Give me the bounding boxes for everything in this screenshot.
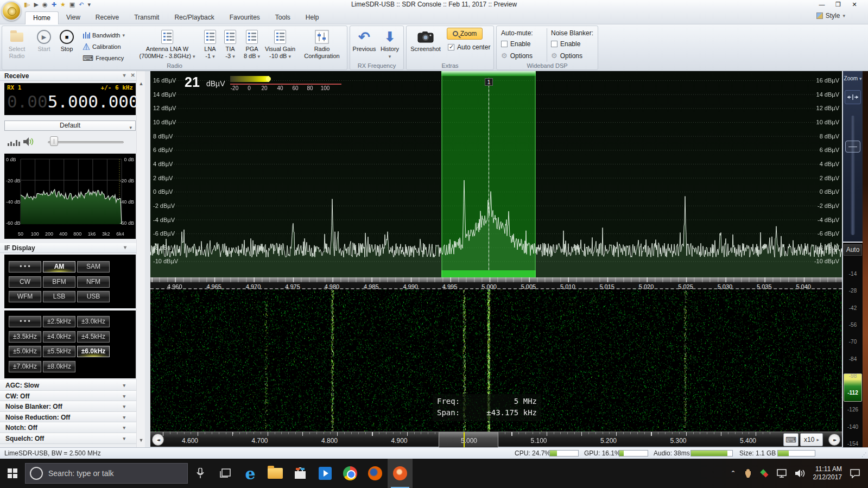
close-button[interactable]: ✕	[846, 0, 863, 9]
if-display-header[interactable]: IF Display ▾	[0, 243, 136, 253]
lime-suite-icon[interactable]	[760, 469, 769, 478]
taskbar-app-firefox[interactable]	[363, 459, 388, 488]
spectrum-display[interactable]: 16 dBµV14 dBµV12 dBµV10 dBµV8 dBµV6 dBµV…	[150, 71, 842, 277]
tab-tools[interactable]: Tools	[268, 11, 298, 24]
zoom-button[interactable]: Zoom	[447, 28, 483, 40]
frequency-navigator[interactable]: 4.6004.7004.8004.9005.0005.1005.2005.300…	[150, 432, 842, 447]
section-notch[interactable]: Notch: Off▾	[0, 422, 136, 433]
volume-slider[interactable]	[48, 141, 124, 143]
waterfall-display[interactable]: Freq:5 MHz Span:±43.175 kHz	[150, 289, 842, 432]
rx-marker-flag[interactable]: 1	[485, 78, 493, 86]
spectrum-frequency-scale[interactable]	[150, 277, 842, 282]
network-icon[interactable]	[776, 469, 787, 478]
section-agc[interactable]: AGC: Slow▾	[0, 380, 136, 391]
mode-button-nfm[interactable]: NFM	[77, 276, 110, 288]
zoom-x10-button[interactable]: x10▸	[800, 433, 823, 446]
zoom-dropdown[interactable]: Zoom ▾	[843, 75, 863, 81]
bandwidth-button-2[interactable]: ±3.0kHz	[77, 316, 110, 327]
taskbar-app-chrome[interactable]	[338, 459, 363, 488]
close-icon[interactable]: ✕	[131, 72, 135, 78]
scroll-left-button[interactable]: ◂◂	[152, 434, 164, 446]
mode-button-wfm[interactable]: WFM	[9, 291, 41, 302]
frequency-button[interactable]: ⌨ Frequency	[83, 53, 124, 63]
visual-gain-button[interactable]: Visual Gain -10 dB ▾	[264, 28, 296, 60]
start-button[interactable]	[0, 459, 25, 488]
history-button[interactable]: ⬇ History ▾	[377, 28, 402, 59]
zoom-slider-track[interactable]	[851, 116, 855, 235]
zoom-slider-handle[interactable]	[845, 141, 860, 153]
scroll-down-icon[interactable]: ▼	[137, 438, 145, 443]
tab-transmit[interactable]: Transmit	[126, 11, 167, 24]
receive-panel-header[interactable]: Receive ▾✕	[0, 71, 145, 81]
bandwidth-button-4[interactable]: ±4.0kHz	[43, 331, 75, 343]
volume-slider-handle[interactable]	[50, 136, 58, 146]
dictation-button[interactable]	[188, 459, 213, 488]
volume-icon[interactable]	[795, 469, 806, 478]
taskbar-app-sdr-console[interactable]	[388, 459, 413, 488]
pga-button[interactable]: PGA 8 dB ▾	[240, 28, 263, 60]
start-button[interactable]: ▶ Start	[31, 28, 56, 53]
taskbar-app-edge[interactable]: e	[238, 459, 263, 488]
resize-grip[interactable]: ⋰	[861, 452, 867, 458]
maximize-button[interactable]: ❒	[830, 0, 846, 9]
taskbar-app-store[interactable]	[288, 459, 313, 488]
frequency-digits[interactable]: 0.005.000.000	[4, 92, 136, 111]
taskbar-app-file-explorer[interactable]	[263, 459, 288, 488]
minimize-button[interactable]: —	[814, 0, 830, 9]
style-selector[interactable]: Style ▾	[816, 12, 845, 20]
speaker-icon[interactable]	[23, 137, 35, 147]
taskbar-app-movies[interactable]	[313, 459, 338, 488]
lna-button[interactable]: LNA -1 ▾	[200, 28, 220, 60]
section-noise-blanker[interactable]: Noise Blanker: Off▾	[0, 401, 136, 412]
tray-expand-icon[interactable]: ⌃	[731, 470, 736, 477]
select-radio-button[interactable]: Select Radio	[4, 28, 29, 60]
bandwidth-button[interactable]: Bandwidth▾	[83, 30, 125, 40]
auto-level-button[interactable]: Auto	[844, 244, 862, 256]
radio-configuration-button[interactable]: Radio Configuration	[302, 28, 342, 60]
panel-splitter[interactable]	[145, 71, 150, 447]
calibration-button[interactable]: Calibration	[83, 42, 121, 52]
tab-view[interactable]: View	[59, 11, 88, 24]
taskbar-search[interactable]: Search: type or talk	[25, 463, 188, 484]
zoom-extents-button[interactable]	[845, 90, 861, 104]
bandwidth-button-3[interactable]: ±3.5kHz	[9, 331, 41, 343]
frequency-display[interactable]: RX 1 +/- 6 kHz 0.005.000.000	[4, 83, 136, 115]
previous-frequency-button[interactable]: ↶ Previous	[352, 28, 377, 53]
chevron-down-icon[interactable]: ▾	[123, 72, 126, 78]
spectrum-canvas[interactable]	[150, 71, 842, 277]
levels-icon[interactable]	[8, 140, 20, 146]
bandwidth-button-9[interactable]: ±7.0kHz	[9, 361, 41, 372]
mode-button-bfm[interactable]: BFM	[43, 276, 75, 288]
mode-button-sam[interactable]: SAM	[77, 261, 110, 272]
tab-help[interactable]: Help	[298, 11, 327, 24]
stop-button[interactable]: ■ Stop	[54, 28, 79, 53]
bandwidth-button-10[interactable]: ±8.0kHz	[43, 361, 75, 372]
mode-button-usb[interactable]: USB	[77, 291, 110, 302]
task-view-button[interactable]	[213, 459, 238, 488]
app-menu-button[interactable]	[2, 1, 21, 21]
mode-button-lsb[interactable]: LSB	[43, 291, 75, 302]
bandwidth-button-0[interactable]: • • •	[9, 316, 41, 327]
tab-receive[interactable]: Receive	[88, 11, 126, 24]
scroll-up-icon[interactable]: ▲	[137, 81, 145, 86]
bandwidth-button-6[interactable]: ±5.0kHz	[9, 346, 41, 357]
section-cw[interactable]: CW: Off▾	[0, 391, 136, 402]
auto-center-checkbox[interactable]: Auto center	[448, 43, 490, 51]
chevron-down-icon[interactable]: ▾	[124, 244, 126, 250]
bandwidth-button-8[interactable]: ±6.0kHz	[77, 346, 110, 357]
noise-blanker-enable-checkbox[interactable]: Enable	[551, 40, 580, 48]
panel-scrollbar[interactable]: ▲ ▼	[136, 71, 145, 447]
hand-icon[interactable]	[744, 468, 752, 478]
tia-button[interactable]: TIA -3 ▾	[220, 28, 240, 60]
scroll-right-button[interactable]: ▸▸	[828, 434, 840, 446]
section-squelch[interactable]: Squelch: Off▾	[0, 433, 136, 444]
noise-blanker-options-button[interactable]: ⚙ Options	[551, 52, 582, 60]
tab-favourites[interactable]: Favourites	[222, 11, 268, 24]
keyboard-entry-button[interactable]: ⌨	[783, 433, 799, 446]
tab-home[interactable]: Home	[25, 11, 59, 24]
auto-mute-options-button[interactable]: ⚙ Options	[501, 52, 533, 60]
auto-mute-enable-checkbox[interactable]: Enable	[501, 40, 530, 48]
bandwidth-button-1[interactable]: ±2.5kHz	[43, 316, 75, 327]
mode-button-cw[interactable]: CW	[9, 276, 41, 288]
bandwidth-button-5[interactable]: ±4.5kHz	[77, 331, 110, 343]
